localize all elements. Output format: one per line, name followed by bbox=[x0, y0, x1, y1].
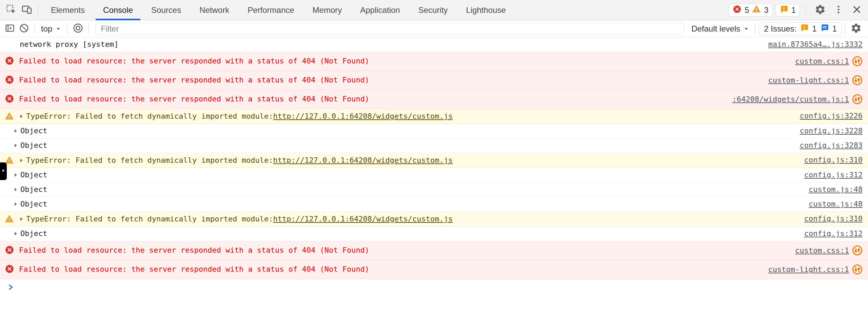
error-warning-counter[interactable]: 5 3 bbox=[729, 4, 773, 17]
warning-count: 3 bbox=[764, 5, 768, 15]
console-message-object: Objectcustom.js:48 bbox=[0, 182, 868, 197]
toolbar-divider bbox=[755, 23, 755, 34]
toolbar-divider bbox=[38, 5, 38, 16]
console-prompt[interactable] bbox=[0, 279, 868, 291]
console-sidebar-handle[interactable] bbox=[0, 162, 7, 180]
error-count: 5 bbox=[745, 5, 749, 15]
issues-summary-label: 2 Issues: bbox=[764, 24, 796, 34]
chevron-down-icon bbox=[744, 24, 749, 34]
show-console-sidebar-button[interactable] bbox=[3, 22, 17, 36]
console-message-log: network proxy [system]main.87365a4….js:3… bbox=[0, 37, 868, 52]
toggle-device-toolbar-button[interactable] bbox=[19, 2, 35, 18]
toolbar-divider bbox=[35, 23, 35, 34]
console-message-error: Failed to load resource: the server resp… bbox=[0, 260, 868, 279]
tab-performance[interactable]: Performance bbox=[238, 0, 303, 20]
source-location-link[interactable]: custom-light.css:1 bbox=[768, 265, 849, 274]
expand-caret-icon[interactable] bbox=[13, 143, 18, 148]
expand-caret-icon[interactable] bbox=[13, 231, 18, 236]
tab-elements[interactable]: Elements bbox=[42, 0, 94, 20]
network-request-icon[interactable] bbox=[852, 56, 863, 66]
source-location-link[interactable]: config.js:312 bbox=[804, 171, 863, 179]
module-url-link[interactable]: http://127.0.0.1:64208/widgets/custom.js bbox=[273, 156, 453, 164]
toolbar-divider bbox=[67, 23, 67, 34]
source-location-link[interactable]: main.87365a4….js:3332 bbox=[768, 40, 863, 48]
more-options-button[interactable] bbox=[831, 2, 846, 18]
message-text: Failed to load resource: the server resp… bbox=[19, 246, 369, 254]
message-text: TypeError: Failed to fetch dynamically i… bbox=[26, 215, 273, 223]
message-text: network proxy [system] bbox=[20, 40, 118, 48]
source-location-link[interactable]: :64208/widgets/custom.js:1 bbox=[732, 95, 849, 103]
tab-console[interactable]: Console bbox=[94, 0, 142, 20]
source-location-link[interactable]: config.js:3226 bbox=[800, 112, 863, 120]
toolbar-divider bbox=[88, 23, 89, 34]
expand-caret-icon[interactable] bbox=[19, 158, 24, 163]
console-message-error: Failed to load resource: the server resp… bbox=[0, 90, 868, 109]
message-text: Object bbox=[20, 141, 47, 150]
expand-caret-icon[interactable] bbox=[13, 172, 18, 178]
inspect-cursor-icon bbox=[5, 4, 17, 16]
toolbar-divider bbox=[806, 5, 806, 16]
module-url-link[interactable]: http://127.0.0.1:64208/widgets/custom.js bbox=[273, 215, 453, 223]
source-location-link[interactable]: custom-light.css:1 bbox=[768, 76, 849, 84]
console-sidebar-icon bbox=[4, 23, 15, 35]
tab-memory[interactable]: Memory bbox=[303, 0, 351, 20]
error-icon bbox=[5, 264, 14, 274]
source-location-link[interactable]: custom.css:1 bbox=[795, 57, 849, 65]
filter-input[interactable] bbox=[96, 23, 684, 35]
source-location-link[interactable]: config.js:310 bbox=[804, 214, 863, 223]
close-devtools-button[interactable] bbox=[849, 2, 865, 18]
issues-summary-button[interactable]: 2 Issues: 1 1 bbox=[759, 22, 842, 35]
message-text: Object bbox=[20, 185, 47, 194]
issue-bubble-icon bbox=[780, 5, 788, 16]
log-levels-selector[interactable]: Default levels bbox=[689, 24, 752, 34]
javascript-context-selector[interactable]: top bbox=[38, 24, 64, 34]
tab-lighthouse[interactable]: Lighthouse bbox=[457, 0, 515, 20]
devtools-window: ElementsConsoleSourcesNetworkPerformance… bbox=[0, 0, 868, 333]
context-label: top bbox=[41, 24, 52, 34]
source-location-link[interactable]: config.js:310 bbox=[804, 156, 863, 164]
tab-sources[interactable]: Sources bbox=[142, 0, 190, 20]
message-text: Failed to load resource: the server resp… bbox=[19, 57, 369, 65]
breaking-issue-count: 1 bbox=[812, 24, 816, 34]
settings-button[interactable] bbox=[812, 2, 828, 18]
expand-caret-icon[interactable] bbox=[13, 201, 18, 207]
module-url-link[interactable]: http://127.0.0.1:64208/widgets/custom.js bbox=[273, 112, 453, 120]
gear-icon bbox=[815, 4, 826, 16]
network-request-icon[interactable] bbox=[852, 94, 863, 104]
kebab-menu-icon bbox=[833, 4, 844, 16]
expand-caret-icon[interactable] bbox=[19, 114, 24, 119]
error-icon bbox=[5, 94, 14, 103]
inspect-element-button[interactable] bbox=[3, 2, 19, 18]
issues-count: 1 bbox=[791, 5, 796, 15]
warning-icon bbox=[5, 214, 14, 223]
device-toolbar-icon bbox=[21, 4, 33, 16]
source-location-link[interactable]: config.js:312 bbox=[804, 229, 863, 238]
clear-console-button[interactable] bbox=[17, 22, 31, 36]
console-messages: network proxy [system]main.87365a4….js:3… bbox=[0, 37, 868, 279]
network-request-icon[interactable] bbox=[852, 75, 863, 85]
issues-counter[interactable]: 1 bbox=[775, 4, 800, 17]
console-settings-button[interactable] bbox=[849, 22, 863, 36]
message-text: TypeError: Failed to fetch dynamically i… bbox=[26, 112, 273, 120]
page-message-count: 1 bbox=[832, 24, 837, 34]
source-location-link[interactable]: custom.js:48 bbox=[809, 200, 863, 208]
source-location-link[interactable]: custom.css:1 bbox=[795, 246, 849, 255]
tab-security[interactable]: Security bbox=[409, 0, 457, 20]
panel-tabs: ElementsConsoleSourcesNetworkPerformance… bbox=[42, 0, 515, 20]
expand-caret-icon[interactable] bbox=[13, 187, 18, 192]
console-message-object: Objectcustom.js:48 bbox=[0, 197, 868, 212]
error-icon bbox=[5, 75, 14, 84]
console-message-warning: TypeError: Failed to fetch dynamically i… bbox=[0, 109, 868, 124]
source-location-link[interactable]: custom.js:48 bbox=[809, 185, 863, 194]
source-location-link[interactable]: config.js:3283 bbox=[800, 141, 863, 150]
warning-badge-icon bbox=[752, 5, 761, 16]
network-request-icon[interactable] bbox=[852, 264, 863, 275]
network-request-icon[interactable] bbox=[852, 245, 863, 256]
tab-application[interactable]: Application bbox=[351, 0, 409, 20]
message-text: Object bbox=[20, 126, 47, 135]
expand-caret-icon[interactable] bbox=[13, 128, 18, 134]
create-live-expression-button[interactable] bbox=[71, 22, 85, 36]
tab-network[interactable]: Network bbox=[190, 0, 238, 20]
source-location-link[interactable]: config.js:3228 bbox=[800, 126, 863, 135]
expand-caret-icon[interactable] bbox=[19, 216, 24, 222]
